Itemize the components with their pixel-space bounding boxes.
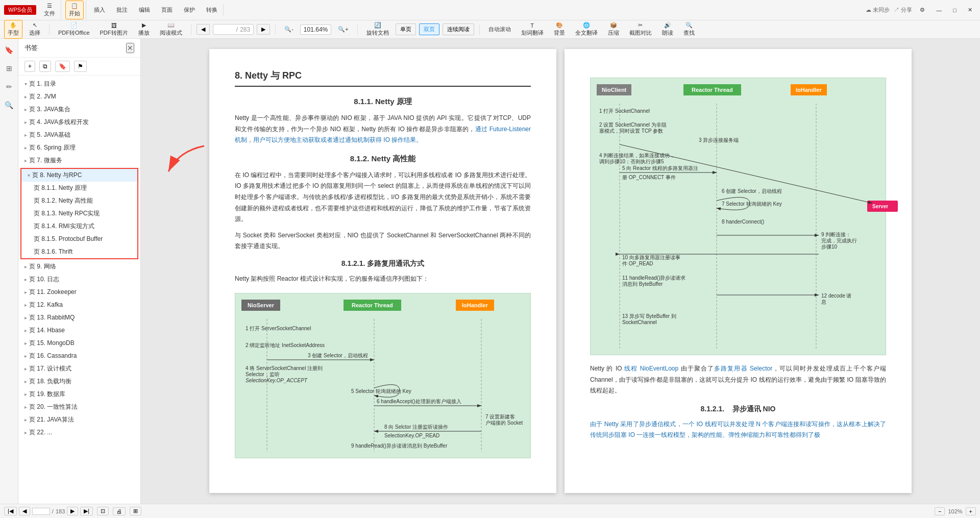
- background-btn[interactable]: 🎨 背景: [550, 20, 569, 39]
- compress-icon: 📦: [610, 22, 617, 29]
- search-sidebar-btn[interactable]: 🔍: [2, 98, 16, 112]
- rotate-doc-btn[interactable]: 🔄 旋转文档: [363, 20, 393, 39]
- toc-item-toc8[interactable]: ▾ 页 8. Netty 与RPC: [21, 169, 137, 182]
- prev-page-bottom-btn[interactable]: ◀: [19, 507, 30, 515]
- continuous-read-btn[interactable]: 连续阅读: [443, 23, 474, 35]
- page-input[interactable]: 148: [216, 26, 234, 33]
- start-tab-btn[interactable]: 📋 开始: [65, 1, 84, 19]
- play-icon: ▶: [142, 22, 146, 29]
- share-btn[interactable]: ↗ 分享: [894, 6, 912, 14]
- toc-arrow-toc10: ▸: [24, 277, 27, 282]
- next-page-bottom-btn[interactable]: ▶: [67, 507, 78, 515]
- full-translate-btn[interactable]: 🌐 全文翻译: [572, 20, 601, 39]
- sidebar-add-btn[interactable]: +: [24, 61, 35, 72]
- toc-item-toc8_6[interactable]: 页 8.1.6. Thrift: [21, 245, 137, 258]
- toc-item-toc8_1[interactable]: 页 8.1.1. Netty 原理: [21, 182, 137, 194]
- settings-btn[interactable]: ⚙: [916, 5, 928, 15]
- toc-item-toc15[interactable]: ▸ 页 15. MongoDB: [18, 337, 140, 350]
- toc-item-toc3[interactable]: ▸ 页 3. JAVA集合: [18, 103, 140, 116]
- svg-text:6 handleAccept()处理新的客户端接入: 6 handleAccept()处理新的客户端接入: [377, 399, 461, 404]
- compress-btn[interactable]: 📦 压缩: [604, 20, 623, 39]
- hand-tool-btn[interactable]: ✋ 手型: [4, 20, 22, 39]
- read-aloud-btn[interactable]: 🔊 朗读: [658, 20, 677, 39]
- toc-item-toc21[interactable]: ▸ 页 21. JAVA算法: [18, 413, 140, 426]
- search-btn[interactable]: 🔍 查找: [680, 20, 698, 39]
- close-btn[interactable]: ✕: [964, 5, 976, 15]
- toc-item-toc2[interactable]: ▸ 页 2. JVM: [18, 90, 140, 103]
- translate-btn[interactable]: T 划词翻译: [518, 20, 547, 39]
- zoom-in-btn[interactable]: 🔍+: [334, 24, 352, 35]
- page-total-bottom: 183: [56, 508, 65, 514]
- toc-item-toc16[interactable]: ▸ 页 16. Cassandra: [18, 350, 140, 362]
- toc-item-toc7[interactable]: ▸ 页 7. 微服务: [18, 154, 140, 167]
- select-tool-btn[interactable]: ↖ 选择: [26, 20, 44, 39]
- menu-file-btn[interactable]: ☰ 文件: [40, 1, 59, 19]
- netty-io-link[interactable]: 线程 NioEventLoop: [624, 365, 678, 372]
- toc-item-toc13[interactable]: ▸ 页 13. RabbitMQ: [18, 311, 140, 324]
- bookmark-icon-btn[interactable]: 🔖: [2, 43, 16, 57]
- zoom-display: 101.64%: [300, 24, 331, 35]
- next-page-btn[interactable]: ▶: [257, 24, 270, 35]
- insert-tab-btn[interactable]: 插入: [90, 4, 109, 16]
- toc-item-toc9[interactable]: ▸ 页 9. 网络: [18, 260, 140, 273]
- pdf-to-office-btn[interactable]: 📄 PDF转Office: [55, 20, 93, 39]
- minimize-btn[interactable]: —: [933, 5, 945, 15]
- toc-item-toc6[interactable]: ▸ 页 6. Spring 原理: [18, 141, 140, 154]
- sidebar-copy-btn[interactable]: ⧉: [39, 61, 51, 72]
- sidebar-close-btn[interactable]: ✕: [126, 43, 134, 53]
- view-mode-btn[interactable]: ⊞: [130, 507, 141, 515]
- toc-item-toc4[interactable]: ▸ 页 4. JAVA多线程开发: [18, 116, 140, 129]
- first-page-btn[interactable]: |◀: [4, 507, 17, 515]
- prev-page-btn[interactable]: ◀: [197, 24, 210, 35]
- svg-text:7 Selector 轮询就绪的 Key: 7 Selector 轮询就绪的 Key: [722, 201, 782, 207]
- auto-scroll-btn[interactable]: 自动滚动: [485, 23, 514, 35]
- single-page-btn[interactable]: 单页: [396, 23, 416, 35]
- last-page-btn[interactable]: ▶|: [80, 507, 93, 515]
- toc-item-toc17[interactable]: ▸ 页 17. 设计模式: [18, 362, 140, 375]
- sidebar-toc: 书签 ✕ + ⧉ 🔖 ⚑ ▾ 页 1. 目录 ▸ 页 2. JVM ▸ 页 3.…: [18, 39, 141, 504]
- toc-item-toc8_4[interactable]: 页 8.1.4. RMI实现方式: [21, 220, 137, 233]
- screenshot-btn[interactable]: ✂ 截图对比: [626, 20, 655, 39]
- toc-item-toc20[interactable]: ▸ 页 20. 一致性算法: [18, 401, 140, 413]
- fit-page-btn[interactable]: ⊡: [97, 507, 109, 515]
- zoom-in-bottom-btn[interactable]: +: [966, 507, 976, 515]
- content-area[interactable]: 8. Netty 与 RPC 8.1.1. Netty 原理 Netty 是一个…: [141, 39, 980, 504]
- read-mode-btn[interactable]: 📖 阅读模式: [156, 20, 186, 39]
- background-icon: 🎨: [556, 22, 563, 29]
- toc-item-toc8_5[interactable]: 页 8.1.5. Protocbuf Buffer: [21, 233, 137, 245]
- toc-item-toc11[interactable]: ▸ 页 11. Zookeeper: [18, 286, 140, 299]
- maximize-btn[interactable]: □: [949, 5, 960, 15]
- sidebar-bookmark-btn[interactable]: 🔖: [55, 61, 70, 72]
- toc-item-toc18[interactable]: ▸ 页 18. 负载均衡: [18, 375, 140, 388]
- multiplexer-link[interactable]: 多路复用器 Selector: [714, 365, 772, 372]
- zoom-out-btn[interactable]: 🔍-: [281, 24, 297, 35]
- comment-tab-btn[interactable]: 批注: [113, 4, 131, 16]
- svg-text:10 向多路复用器注册读事: 10 向多路复用器注册读事: [622, 255, 680, 260]
- sidebar-flag-btn[interactable]: ⚑: [74, 61, 87, 72]
- play-btn[interactable]: ▶ 播放: [135, 20, 153, 39]
- edit-tab-btn[interactable]: 编辑: [135, 4, 154, 16]
- page-tab-btn[interactable]: 页面: [158, 4, 176, 16]
- page-input-bottom[interactable]: 148: [32, 508, 50, 515]
- thumbnail-icon-btn[interactable]: ⊞: [2, 61, 16, 76]
- toc-arrow-toc13: ▸: [24, 315, 27, 320]
- print-btn[interactable]: 🖨: [113, 507, 126, 515]
- right-seq-svg: Server 1 打开 SocketChannel 2 设置 SocketCha…: [597, 104, 913, 349]
- toc-item-toc14[interactable]: ▸ 页 14. Hbase: [18, 324, 140, 337]
- sync-btn[interactable]: ☁ 未同步: [866, 6, 890, 14]
- toc-item-toc19[interactable]: ▸ 页 19. 数据库: [18, 388, 140, 401]
- protect-tab-btn[interactable]: 保护: [180, 4, 199, 16]
- double-page-btn[interactable]: 双页: [419, 23, 439, 35]
- toc-item-toc22[interactable]: ▸ 页 22. ...: [18, 426, 140, 439]
- toc-item-toc12[interactable]: ▸ 页 12. Kafka: [18, 299, 140, 311]
- select-icon: ↖: [33, 22, 37, 29]
- toc-item-toc5[interactable]: ▸ 页 5. JAVA基础: [18, 129, 140, 141]
- zoom-out-bottom-btn[interactable]: −: [935, 507, 945, 515]
- convert-tab-btn[interactable]: 转换: [203, 4, 221, 16]
- toc-item-toc10[interactable]: ▸ 页 10. 日志: [18, 273, 140, 286]
- toc-item-toc8_2[interactable]: 页 8.1.2. Netty 高性能: [21, 194, 137, 207]
- pdf-to-image-btn[interactable]: 🖼 PDF转图片: [96, 20, 132, 39]
- toc-item-toc8_3[interactable]: 页 8.1.3. Netty RPC实现: [21, 207, 137, 220]
- toc-item-toc1[interactable]: ▾ 页 1. 目录: [18, 78, 140, 90]
- annotation-icon-btn[interactable]: ✏: [2, 80, 16, 94]
